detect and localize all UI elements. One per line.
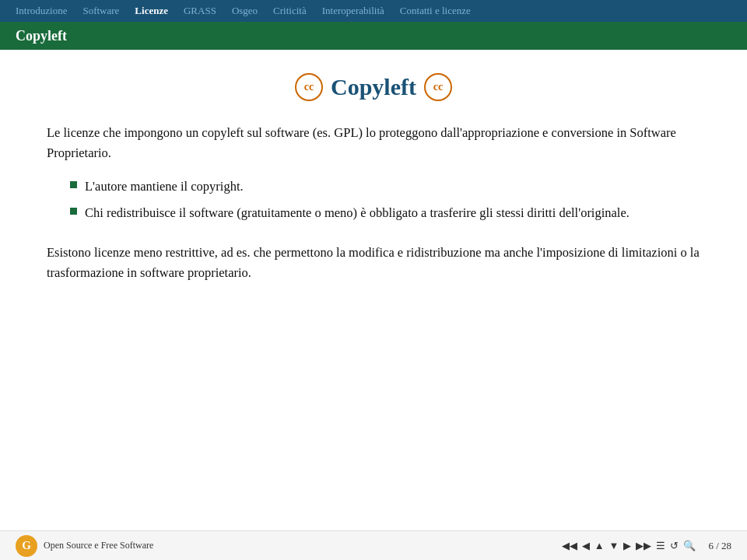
- bullet-icon: [70, 181, 77, 188]
- nav-item-contatti[interactable]: Contatti e licenze: [392, 5, 479, 17]
- heading-row: cc Copyleft cc: [47, 73, 700, 101]
- paragraph-2: Esistono licenze meno restrittive, ad es…: [47, 243, 700, 282]
- footer-tagline: Open Source e Free Software: [44, 540, 153, 551]
- nav-item-licenze[interactable]: Licenze: [127, 5, 176, 17]
- nav-item-introduzione[interactable]: Introduzione: [8, 5, 75, 17]
- nav-last-icon[interactable]: ▶▶: [636, 540, 651, 552]
- nav-menu-icon[interactable]: ☰: [656, 540, 665, 552]
- nav-first-icon[interactable]: ◀◀: [562, 540, 577, 552]
- cc-icon-left: cc: [295, 73, 323, 101]
- nav-item-software[interactable]: Software: [75, 5, 127, 17]
- nav-prev-icon[interactable]: ◀: [582, 540, 590, 552]
- nav-item-critica[interactable]: Criticità: [265, 5, 314, 17]
- list-item: L'autore mantiene il copyright.: [70, 177, 700, 197]
- nav-next-icon[interactable]: ▶: [623, 540, 631, 552]
- gter-g-icon: G: [16, 535, 37, 557]
- nav-bar: Introduzione Software Licenze GRASS Osge…: [0, 0, 747, 22]
- gter-logo: G: [16, 535, 37, 557]
- page-indicator: 6 / 28: [708, 540, 731, 552]
- section-title: Copyleft: [16, 28, 67, 44]
- nav-search-icon[interactable]: 🔍: [683, 540, 696, 552]
- nav-item-interoperabilita[interactable]: Interoperabilità: [314, 5, 392, 17]
- bullet-text-2: Chi redistribuisce il software (gratuita…: [85, 203, 630, 223]
- paragraph-1: Le licenze che impongono un copyleft sul…: [47, 123, 700, 163]
- bullet-icon: [70, 208, 77, 215]
- list-item: Chi redistribuisce il software (gratuita…: [70, 203, 700, 223]
- cc-icon-right: cc: [424, 73, 452, 101]
- footer: G Open Source e Free Software ◀◀ ◀ ▲ ▼ ▶…: [0, 530, 747, 560]
- main-content: cc Copyleft cc Le licenze che impongono …: [0, 50, 747, 530]
- nav-refresh-icon[interactable]: ↺: [670, 540, 679, 552]
- slide-heading: Copyleft: [331, 74, 416, 100]
- footer-nav: ◀◀ ◀ ▲ ▼ ▶ ▶▶ ☰ ↺ 🔍 6 / 28: [562, 540, 731, 552]
- section-bar: Copyleft: [0, 22, 747, 50]
- nav-item-grass[interactable]: GRASS: [176, 5, 224, 17]
- nav-up-icon[interactable]: ▲: [594, 540, 605, 552]
- nav-down-icon[interactable]: ▼: [609, 540, 619, 552]
- footer-left: G Open Source e Free Software: [16, 535, 153, 557]
- bullet-text-1: L'autore mantiene il copyright.: [85, 177, 244, 197]
- nav-item-osgeo[interactable]: Osgeo: [224, 5, 265, 17]
- bullet-list: L'autore mantiene il copyright. Chi redi…: [70, 177, 700, 229]
